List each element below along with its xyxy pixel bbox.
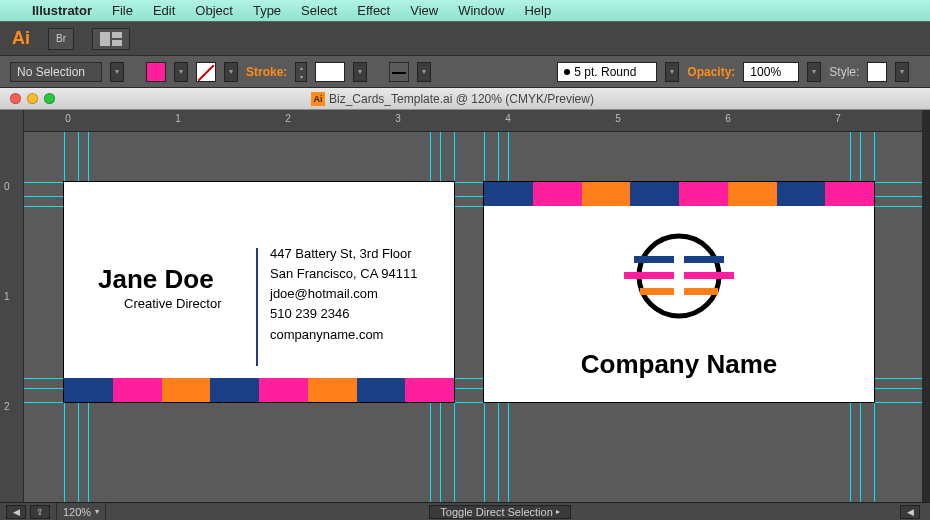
chevron-down-icon[interactable]: ▾ bbox=[95, 507, 99, 516]
vruler-mark: 0 bbox=[4, 181, 10, 192]
fill-dropdown[interactable]: ▾ bbox=[174, 62, 188, 82]
menu-select[interactable]: Select bbox=[301, 3, 337, 18]
window-controls bbox=[0, 93, 65, 104]
menu-type[interactable]: Type bbox=[253, 3, 281, 18]
scroll-left-button[interactable]: ◀ bbox=[900, 505, 920, 519]
card-divider bbox=[256, 248, 258, 366]
control-bar: No Selection ▾ ▾ ▾ Stroke: ▴▾ ▾ ▾ 5 pt. … bbox=[0, 56, 930, 88]
menu-file[interactable]: File bbox=[112, 3, 133, 18]
status-center: Toggle Direct Selection ▸ bbox=[106, 505, 894, 519]
card-stripe-top bbox=[484, 182, 874, 206]
card-contact-block: 447 Battery St, 3rd Floor San Francisco,… bbox=[270, 244, 417, 345]
svg-rect-8 bbox=[640, 288, 674, 295]
hruler-mark: 6 bbox=[725, 113, 731, 124]
canvas-wrap: 0 1 2 3 4 5 6 7 bbox=[24, 110, 922, 502]
style-swatch[interactable] bbox=[867, 62, 887, 82]
card-phone: 510 239 2346 bbox=[270, 304, 417, 324]
hruler-mark: 5 bbox=[615, 113, 621, 124]
artboard-front[interactable]: Jane Doe Creative Director 447 Battery S… bbox=[64, 182, 454, 402]
selection-dropdown[interactable]: ▾ bbox=[110, 62, 124, 82]
artboard-prev-button[interactable]: ◀ bbox=[6, 505, 26, 519]
svg-rect-7 bbox=[684, 272, 734, 279]
hruler-mark: 2 bbox=[285, 113, 291, 124]
horizontal-ruler[interactable]: 0 1 2 3 4 5 6 7 bbox=[24, 110, 922, 132]
bridge-label: Br bbox=[56, 33, 66, 44]
hruler-mark: 7 bbox=[835, 113, 841, 124]
stroke-stepper[interactable]: ▴▾ bbox=[295, 62, 307, 82]
guide-horizontal[interactable] bbox=[24, 402, 922, 403]
card-site: companyname.com bbox=[270, 325, 417, 345]
right-scrollbar[interactable] bbox=[922, 110, 930, 502]
card-email: jdoe@hotmail.com bbox=[270, 284, 417, 304]
svg-rect-5 bbox=[684, 256, 724, 263]
menu-view[interactable]: View bbox=[410, 3, 438, 18]
brush-dot-icon bbox=[564, 69, 570, 75]
hruler-mark: 0 bbox=[65, 113, 71, 124]
vertical-ruler[interactable]: 0 1 2 bbox=[0, 110, 24, 502]
status-mode-label: Toggle Direct Selection bbox=[440, 506, 553, 518]
stroke-profile-dropdown[interactable]: ▾ bbox=[417, 62, 431, 82]
brush-name: 5 pt. Round bbox=[574, 65, 636, 79]
stroke-weight-input[interactable] bbox=[315, 62, 345, 82]
fill-swatch[interactable] bbox=[146, 62, 166, 82]
artboard-back[interactable]: Company Name bbox=[484, 182, 874, 402]
svg-rect-1 bbox=[112, 32, 122, 38]
style-label: Style: bbox=[829, 65, 859, 79]
card-name: Jane Doe bbox=[98, 264, 214, 295]
menu-app[interactable]: Illustrator bbox=[32, 3, 92, 18]
stroke-swatch[interactable] bbox=[196, 62, 216, 82]
menu-help[interactable]: Help bbox=[524, 3, 551, 18]
ai-file-icon: Ai bbox=[311, 92, 325, 106]
guide-vertical[interactable] bbox=[874, 132, 875, 502]
workarea: 0 1 2 0 1 2 3 4 5 6 7 bbox=[0, 110, 922, 502]
style-dropdown[interactable]: ▾ bbox=[895, 62, 909, 82]
arrange-docs-button[interactable] bbox=[92, 28, 130, 50]
vruler-mark: 1 bbox=[4, 291, 10, 302]
stroke-label: Stroke: bbox=[246, 65, 287, 79]
artboard-export-button[interactable]: ⇪ bbox=[30, 505, 50, 519]
menu-window[interactable]: Window bbox=[458, 3, 504, 18]
hruler-mark: 3 bbox=[395, 113, 401, 124]
opacity-dropdown[interactable]: ▾ bbox=[807, 62, 821, 82]
stroke-profile-preview[interactable] bbox=[389, 62, 409, 82]
menu-object[interactable]: Object bbox=[195, 3, 233, 18]
svg-rect-2 bbox=[112, 40, 122, 46]
svg-rect-9 bbox=[684, 288, 718, 295]
zoom-value[interactable]: 120% bbox=[63, 506, 91, 518]
brush-select[interactable]: 5 pt. Round bbox=[557, 62, 657, 82]
mac-menubar: Illustrator File Edit Object Type Select… bbox=[0, 0, 930, 22]
opacity-label: Opacity: bbox=[687, 65, 735, 79]
card-role: Creative Director bbox=[124, 296, 222, 311]
opacity-value: 100% bbox=[750, 65, 781, 79]
status-mode[interactable]: Toggle Direct Selection ▸ bbox=[429, 505, 571, 519]
status-bar: ◀ ⇪ 120% ▾ Toggle Direct Selection ▸ ◀ bbox=[0, 502, 930, 520]
chevron-right-icon: ▸ bbox=[556, 507, 560, 516]
company-logo-icon bbox=[604, 228, 754, 324]
svg-rect-6 bbox=[624, 272, 674, 279]
stroke-weight-dropdown[interactable]: ▾ bbox=[353, 62, 367, 82]
brush-dropdown[interactable]: ▾ bbox=[665, 62, 679, 82]
svg-rect-4 bbox=[634, 256, 674, 263]
layout-grid-icon bbox=[100, 32, 122, 46]
hruler-mark: 1 bbox=[175, 113, 181, 124]
close-window-button[interactable] bbox=[10, 93, 21, 104]
card-addr2: San Francisco, CA 94111 bbox=[270, 264, 417, 284]
menu-effect[interactable]: Effect bbox=[357, 3, 390, 18]
document-tab-bar: Ai Biz_Cards_Template.ai @ 120% (CMYK/Pr… bbox=[0, 88, 930, 110]
minimize-window-button[interactable] bbox=[27, 93, 38, 104]
document-title-text: Biz_Cards_Template.ai @ 120% (CMYK/Previ… bbox=[329, 92, 594, 106]
canvas[interactable]: Jane Doe Creative Director 447 Battery S… bbox=[24, 132, 922, 502]
card-addr1: 447 Battery St, 3rd Floor bbox=[270, 244, 417, 264]
document-title: Ai Biz_Cards_Template.ai @ 120% (CMYK/Pr… bbox=[65, 92, 840, 106]
opacity-input[interactable]: 100% bbox=[743, 62, 799, 82]
guide-vertical[interactable] bbox=[454, 132, 455, 502]
selection-status: No Selection bbox=[10, 62, 102, 82]
menu-edit[interactable]: Edit bbox=[153, 3, 175, 18]
ai-logo-icon: Ai bbox=[12, 28, 30, 49]
company-name: Company Name bbox=[484, 349, 874, 380]
stroke-swatch-dropdown[interactable]: ▾ bbox=[224, 62, 238, 82]
bridge-button[interactable]: Br bbox=[48, 28, 74, 50]
zoom-window-button[interactable] bbox=[44, 93, 55, 104]
hruler-mark: 4 bbox=[505, 113, 511, 124]
card-stripe-bottom bbox=[64, 378, 454, 402]
